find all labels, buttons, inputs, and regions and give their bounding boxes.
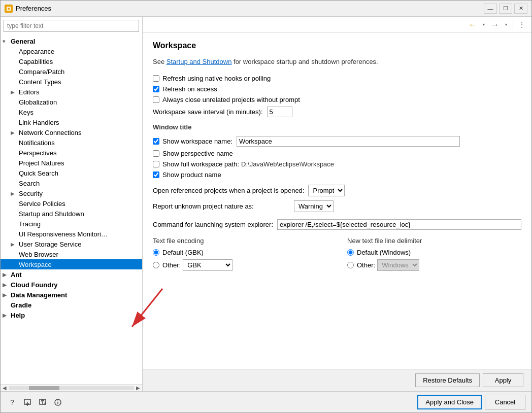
maximize-button[interactable]: ☐	[499, 4, 512, 14]
close-unrelated-checkbox[interactable]	[153, 96, 159, 103]
right-content: Workspace See Startup and Shutdown for w…	[143, 33, 531, 369]
encoding-other-radio[interactable]	[153, 262, 159, 268]
tree-item-data-management[interactable]: ▶ Data Management	[1, 290, 142, 300]
encoding-default-label[interactable]: Default (GBK)	[162, 249, 204, 256]
close-unrelated-label[interactable]: Always close unrelated projects without …	[162, 96, 300, 104]
open-referenced-row: Open referenced projects when a project …	[153, 185, 521, 196]
encoding-default-radio[interactable]	[153, 249, 159, 256]
back-button[interactable]: ←	[467, 19, 478, 30]
line-delimiter-group: New text file line delimiter Default (Wi…	[347, 237, 521, 274]
tree-item-general[interactable]: ▾ General	[1, 36, 142, 46]
tree-item-link-handlers[interactable]: Link Handlers	[1, 117, 142, 127]
delimiter-other-radio[interactable]	[347, 262, 354, 268]
tree-item-tracing[interactable]: Tracing	[1, 219, 142, 229]
tree-item-service-policies[interactable]: Service Policies	[1, 198, 142, 209]
info-text: See Startup and Shutdown for workspace s…	[153, 57, 521, 66]
tree-item-cloud-foundry[interactable]: ▶ Cloud Foundry	[1, 280, 142, 290]
tree-label-network-connections: Network Connections	[19, 129, 82, 136]
tree-item-user-storage[interactable]: ▶ User Storage Service	[1, 239, 142, 249]
tree-item-web-browser[interactable]: Web Browser	[1, 249, 142, 259]
encoding-section: Text file encoding Default (GBK) Other: …	[153, 237, 521, 274]
tree-item-compare-patch[interactable]: Compare/Patch	[1, 66, 142, 77]
show-product-label[interactable]: Show product name	[162, 171, 221, 179]
encoding-other-select[interactable]: GBK UTF-8 ISO-8859-1	[183, 259, 232, 271]
show-perspective-checkbox[interactable]	[153, 150, 159, 157]
horizontal-scrollbar[interactable]: ◀ ▶	[1, 384, 142, 391]
forward-button[interactable]: →	[489, 19, 501, 30]
delimiter-default-radio[interactable]	[347, 249, 354, 256]
tree-item-project-natures[interactable]: Project Natures	[1, 158, 142, 168]
tree-item-notifications[interactable]: Notifications	[1, 137, 142, 148]
tree-item-workspace[interactable]: Workspace	[1, 259, 142, 269]
refresh-access-checkbox[interactable]	[153, 86, 159, 92]
show-workspace-name-label[interactable]: Show workspace name:	[162, 137, 232, 145]
tree-area: ▾ General Appearance Capabilities Compar…	[1, 35, 142, 384]
info-circle-icon[interactable]	[52, 397, 63, 408]
tree-item-search[interactable]: Search	[1, 178, 142, 188]
window-title-section-label: Window title	[153, 123, 521, 131]
menu-button[interactable]: ⋮	[516, 19, 527, 30]
show-product-checkbox[interactable]	[153, 171, 159, 178]
show-perspective-label[interactable]: Show perspective name	[162, 150, 233, 157]
tree-item-help[interactable]: ▶ Help	[1, 310, 142, 320]
command-input[interactable]	[277, 219, 521, 230]
help-icon[interactable]: ?	[7, 397, 18, 408]
delimiter-other-select[interactable]: Windows Unix Mac	[377, 259, 419, 271]
forward-dropdown-button[interactable]: ▾	[503, 19, 510, 30]
export-icon[interactable]	[37, 397, 48, 408]
minimize-button[interactable]: —	[484, 4, 497, 14]
tree-item-gradle[interactable]: Gradle	[1, 300, 142, 310]
tree-item-capabilities[interactable]: Capabilities	[1, 56, 142, 66]
tree-item-quick-search[interactable]: Quick Search	[1, 168, 142, 178]
show-full-path-label[interactable]: Show full workspace path:	[162, 160, 239, 168]
report-unknown-select[interactable]: Warning Error Ignore	[294, 200, 334, 212]
tree-item-network-connections[interactable]: ▶ Network Connections	[1, 127, 142, 137]
close-button[interactable]: ✕	[514, 4, 527, 14]
delimiter-other-label[interactable]: Other:	[357, 261, 375, 269]
tree-label-editors: Editors	[19, 88, 39, 96]
tree-label-workspace: Workspace	[19, 261, 52, 268]
apply-button[interactable]: Apply	[483, 373, 523, 387]
filter-input[interactable]	[4, 20, 139, 32]
workspace-name-input[interactable]	[237, 136, 460, 147]
scroll-right-arrow[interactable]: ▶	[135, 385, 141, 391]
tree-label-search: Search	[19, 180, 40, 187]
open-referenced-select[interactable]: Prompt Always Never	[308, 185, 345, 196]
import-icon[interactable]	[22, 397, 33, 408]
refresh-native-label[interactable]: Refresh using native hooks or polling	[162, 75, 271, 82]
tree-label-service-policies: Service Policies	[19, 200, 65, 208]
tree-item-perspectives[interactable]: Perspectives	[1, 148, 142, 158]
tree-item-globalization[interactable]: Globalization	[1, 97, 142, 107]
tree-item-content-types[interactable]: Content Types	[1, 77, 142, 87]
tree-item-ui-responsiveness[interactable]: UI Responsiveness Monitori…	[1, 229, 142, 239]
tree-item-keys[interactable]: Keys	[1, 107, 142, 117]
back-dropdown-button[interactable]: ▾	[480, 19, 487, 30]
save-interval-input[interactable]	[267, 107, 292, 117]
svg-rect-2	[8, 8, 10, 10]
scroll-left-arrow[interactable]: ◀	[2, 385, 8, 391]
line-delimiter-title: New text file line delimiter	[347, 237, 521, 245]
title-bar: Preferences — ☐ ✕	[1, 1, 531, 17]
scroll-track[interactable]	[9, 386, 134, 390]
tree-item-appearance[interactable]: Appearance	[1, 46, 142, 56]
delimiter-default-label[interactable]: Default (Windows)	[357, 249, 411, 256]
restore-defaults-button[interactable]: Restore Defaults	[415, 373, 480, 387]
show-full-path-checkbox[interactable]	[153, 161, 159, 167]
refresh-access-row: Refresh on access	[153, 85, 521, 93]
scroll-thumb[interactable]	[29, 386, 59, 390]
tree-label-security: Security	[19, 190, 43, 197]
show-workspace-name-checkbox[interactable]	[153, 138, 159, 145]
encoding-other-label[interactable]: Other:	[162, 261, 181, 269]
tree-item-security[interactable]: ▶ Security	[1, 188, 142, 198]
svg-point-10	[57, 400, 58, 401]
refresh-native-checkbox[interactable]	[153, 75, 159, 82]
tree-item-editors[interactable]: ▶ Editors	[1, 87, 142, 97]
cancel-button[interactable]: Cancel	[485, 395, 525, 409]
tree-item-ant[interactable]: ▶ Ant	[1, 269, 142, 280]
startup-shutdown-link[interactable]: Startup and Shutdown	[167, 58, 232, 65]
apply-and-close-button[interactable]: Apply and Close	[417, 395, 482, 409]
refresh-access-label[interactable]: Refresh on access	[162, 85, 217, 93]
command-label: Command for launching system explorer:	[153, 221, 273, 228]
tree-item-startup-shutdown[interactable]: Startup and Shutdown	[1, 209, 142, 219]
info-prefix: See	[153, 58, 167, 65]
